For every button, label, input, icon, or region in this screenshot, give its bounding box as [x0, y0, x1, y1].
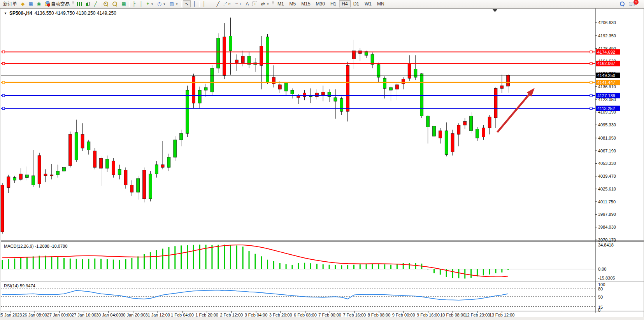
level-handle[interactable] — [590, 107, 592, 110]
horizontal-line-tool[interactable]: ─ — [207, 0, 215, 7]
timeframe-w1[interactable]: W1 — [362, 0, 374, 7]
timeframe-m15[interactable]: M15 — [298, 0, 313, 7]
candle-body — [19, 174, 23, 179]
candle-body — [223, 37, 226, 75]
candle-body — [68, 135, 72, 166]
autotrading-button[interactable]: 自动交易 — [43, 0, 72, 7]
level-handle[interactable] — [2, 94, 5, 97]
market-watch-button[interactable]: ▦ — [26, 0, 35, 7]
level-handle[interactable] — [2, 107, 5, 110]
new-order-button[interactable]: 新订单 — [1, 0, 19, 7]
price-badge-label: 4127.139 — [597, 93, 615, 98]
price-axis-label: 4011.750 — [598, 199, 616, 204]
price-chart[interactable]: MACD(12,26,9) -1.2888 -10.0780 RSI(14) 5… — [0, 9, 644, 317]
clock-icon: ◷ — [157, 2, 161, 6]
candle-body — [149, 174, 152, 199]
timeframe-h4[interactable]: H4 — [339, 0, 350, 7]
candle-body — [25, 175, 28, 178]
crosshair-tool-button[interactable]: ┼ — [191, 0, 198, 7]
symbol-period-label: SP500-,H4 — [9, 10, 32, 16]
candle-body — [75, 133, 78, 160]
text-tool[interactable]: A — [244, 0, 251, 7]
candle-body — [321, 92, 325, 95]
time-axis-label: 26 Jan 08:00 — [22, 313, 47, 317]
candle-body — [50, 175, 53, 176]
level-handle[interactable] — [590, 51, 592, 53]
text-tool-icon: A — [246, 2, 249, 6]
chevron-down-icon[interactable]: ▼ — [4, 12, 7, 15]
equidistant-channel-tool[interactable]: ⋰E — [221, 0, 233, 7]
timeframe-h1[interactable]: H1 — [328, 0, 339, 7]
price-axis-label: 3984.030 — [598, 225, 616, 229]
level-handle[interactable] — [2, 62, 5, 65]
time-axis-label: 30 Jan 04:00 — [96, 313, 121, 317]
trend-arrow-line[interactable] — [497, 94, 529, 132]
candle-body — [426, 116, 430, 127]
candlestick-chart-button[interactable] — [84, 0, 92, 7]
auto-scroll-button[interactable]: ├ — [137, 0, 145, 7]
bar-chart-button[interactable] — [75, 0, 84, 7]
time-axis-label: 6 Feb 08:00 — [294, 313, 317, 317]
timeframe-d1[interactable]: D1 — [351, 0, 362, 7]
text-label-tool[interactable]: T — [251, 0, 259, 7]
arrows-tool[interactable]: ⇄▼ — [259, 0, 271, 7]
vertical-line-icon: │ — [203, 2, 206, 6]
timeframe-m30[interactable]: M30 — [313, 0, 328, 7]
zoom-out-icon: - — [112, 2, 118, 7]
templates-button[interactable]: ▨▼ — [168, 0, 180, 7]
notifications-button[interactable]: 1 — [627, 0, 643, 7]
fibonacci-tool[interactable]: ⋯F — [233, 0, 244, 7]
chart-shift-button[interactable]: ┝ — [131, 0, 137, 7]
price-axis-label: 4206.630 — [598, 20, 616, 25]
cursor-tool-button[interactable]: ↖ — [183, 0, 191, 7]
timeframe-m1[interactable]: M1 — [275, 0, 287, 7]
template-icon: ▨ — [170, 2, 174, 6]
timeframe-mn[interactable]: MN — [374, 0, 387, 7]
chart-caption: ▼ SP500-,H4 4136.550 4149.750 4130.250 4… — [4, 10, 119, 16]
trendline-tool[interactable]: ╱ — [215, 0, 221, 7]
candle-body — [451, 133, 454, 152]
fibonacci-label: F — [240, 2, 242, 6]
vertical-line-tool[interactable]: │ — [201, 0, 208, 7]
time-axis-label: 3 Feb 04:00 — [245, 313, 268, 317]
level-handle[interactable] — [590, 94, 592, 97]
level-handle[interactable] — [2, 51, 5, 53]
candle-body — [463, 121, 467, 125]
candle-body — [476, 129, 479, 138]
dropdown-arrow-icon: ▼ — [151, 3, 153, 5]
line-chart-icon: ╱ — [94, 2, 97, 6]
tile-windows-button[interactable]: ▦ — [119, 0, 128, 7]
candle-body — [371, 54, 374, 65]
candle-body — [278, 85, 281, 89]
candle-body — [439, 131, 442, 138]
add-indicator-button[interactable]: +▼ — [144, 0, 155, 7]
timeframe-m5[interactable]: M5 — [287, 0, 299, 7]
candle-body — [118, 169, 121, 175]
level-handle[interactable] — [590, 62, 592, 65]
level-handle[interactable] — [590, 81, 592, 84]
time-axis-label: 1 Feb 04:00 — [171, 313, 194, 317]
signals-button[interactable]: ◉ — [35, 0, 43, 7]
chart-shift-marker[interactable] — [493, 9, 497, 12]
candle-body — [445, 131, 448, 154]
chart-shift-icon: ┝ — [133, 2, 135, 6]
time-axis-label: 27 Jan 16:00 — [72, 313, 97, 317]
line-chart-button[interactable]: ╱ — [92, 0, 99, 7]
autotrading-icon — [45, 2, 50, 6]
zoom-in-button[interactable]: + — [102, 0, 111, 7]
price-badge-label: 4141.447 — [597, 80, 615, 85]
price-badge-label: 4174.692 — [597, 50, 615, 54]
price-axis-label: 4039.470 — [598, 174, 616, 178]
candle-body — [130, 185, 133, 192]
periods-button[interactable]: ◷▼ — [155, 0, 167, 7]
zoom-out-button[interactable]: - — [111, 0, 119, 7]
level-handle[interactable] — [2, 81, 5, 84]
candle-body — [174, 140, 177, 157]
zoom-in-icon: + — [104, 2, 109, 7]
price-badge-label: 4113.252 — [597, 106, 615, 111]
price-axis-label: 4053.330 — [598, 161, 616, 166]
metaeditor-button[interactable]: ◆ — [19, 0, 26, 7]
candle-body — [56, 171, 60, 175]
candle-body — [297, 96, 300, 98]
search-button[interactable] — [618, 0, 627, 7]
